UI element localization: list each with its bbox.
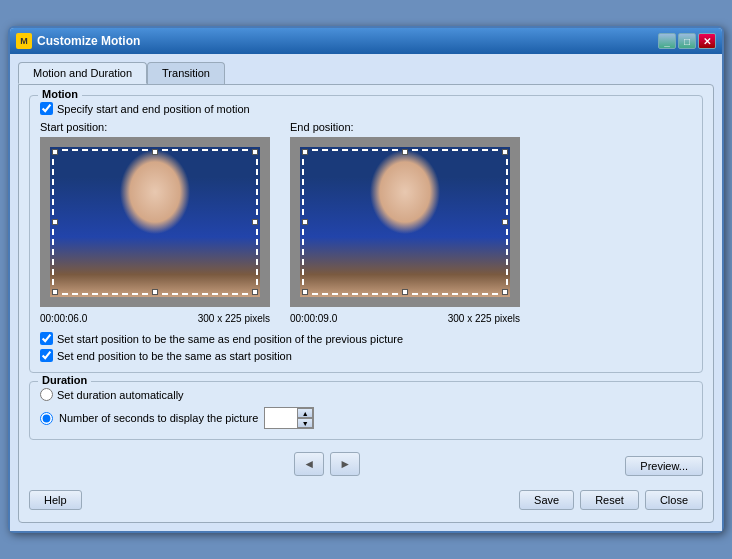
tab-bar: Motion and Duration Transition — [18, 62, 714, 84]
end-handle-bottom[interactable] — [402, 289, 408, 295]
motion-group-label: Motion — [38, 88, 82, 100]
auto-duration-row: Set duration automatically — [40, 388, 692, 401]
end-image — [300, 147, 510, 297]
end-handle-top[interactable] — [402, 149, 408, 155]
footer: Help Save Reset Close — [29, 484, 703, 512]
end-handle-right[interactable] — [502, 219, 508, 225]
footer-right: Save Reset Close — [519, 490, 703, 510]
end-size: 300 x 225 pixels — [448, 313, 520, 324]
preview-button[interactable]: Preview... — [625, 456, 703, 476]
title-bar: M Customize Motion _ □ ✕ — [10, 28, 722, 54]
start-photo — [50, 147, 260, 297]
motion-group: Motion Specify start and end position of… — [29, 95, 703, 373]
window-icon: M — [16, 33, 32, 49]
auto-duration-radio[interactable] — [40, 388, 53, 401]
start-image — [50, 147, 260, 297]
corner-bl[interactable] — [52, 289, 58, 295]
close-button[interactable]: Close — [645, 490, 703, 510]
close-window-button[interactable]: ✕ — [698, 33, 716, 49]
window-body: Motion and Duration Transition Motion Sp… — [10, 54, 722, 531]
help-button[interactable]: Help — [29, 490, 82, 510]
handle-top[interactable] — [152, 149, 158, 155]
seconds-spinner[interactable]: 3.0 ▲ ▼ — [264, 407, 314, 429]
back-button[interactable]: ◄ — [294, 452, 324, 476]
start-image-container[interactable] — [40, 137, 270, 307]
tab-motion-duration[interactable]: Motion and Duration — [18, 62, 147, 84]
spin-up-button[interactable]: ▲ — [297, 408, 313, 418]
tab-transition[interactable]: Transition — [147, 62, 225, 84]
specify-motion-checkbox[interactable] — [40, 102, 53, 115]
corner-tl[interactable] — [52, 149, 58, 155]
set-start-label: Set start position to be the same as end… — [57, 333, 403, 345]
start-time: 00:00:06.0 — [40, 313, 87, 324]
end-handle-left[interactable] — [302, 219, 308, 225]
end-corner-tl[interactable] — [302, 149, 308, 155]
minimize-button[interactable]: _ — [658, 33, 676, 49]
reset-button[interactable]: Reset — [580, 490, 639, 510]
main-panel: Motion Specify start and end position of… — [18, 84, 714, 523]
handle-left[interactable] — [52, 219, 58, 225]
duration-group: Duration Set duration automatically Numb… — [29, 381, 703, 440]
footer-left: Help — [29, 490, 82, 510]
end-image-info: 00:00:09.0 300 x 225 pixels — [290, 313, 520, 324]
seconds-row: Number of seconds to display the picture… — [40, 407, 692, 429]
specify-motion-row: Specify start and end position of motion — [40, 102, 692, 115]
set-end-row: Set end position to be the same as start… — [40, 349, 692, 362]
spinner-buttons: ▲ ▼ — [297, 408, 313, 428]
start-position-label: Start position: — [40, 121, 270, 133]
handle-bottom[interactable] — [152, 289, 158, 295]
positions-row: Start position: — [40, 121, 692, 324]
seconds-radio[interactable] — [40, 412, 53, 425]
corner-tr[interactable] — [252, 149, 258, 155]
start-size: 300 x 225 pixels — [198, 313, 270, 324]
title-buttons: _ □ ✕ — [658, 33, 716, 49]
handle-right[interactable] — [252, 219, 258, 225]
seconds-input[interactable]: 3.0 — [265, 411, 297, 425]
specify-motion-label: Specify start and end position of motion — [57, 103, 250, 115]
set-end-label: Set end position to be the same as start… — [57, 350, 292, 362]
end-photo — [300, 147, 510, 297]
forward-button[interactable]: ► — [330, 452, 360, 476]
end-time: 00:00:09.0 — [290, 313, 337, 324]
end-selection-border — [302, 149, 508, 295]
save-button[interactable]: Save — [519, 490, 574, 510]
duration-group-label: Duration — [38, 374, 91, 386]
set-start-checkbox[interactable] — [40, 332, 53, 345]
start-selection-border — [52, 149, 258, 295]
end-corner-tr[interactable] — [502, 149, 508, 155]
corner-br[interactable] — [252, 289, 258, 295]
start-position-block: Start position: — [40, 121, 270, 324]
title-bar-left: M Customize Motion — [16, 33, 140, 49]
end-image-container[interactable] — [290, 137, 520, 307]
end-corner-br[interactable] — [502, 289, 508, 295]
maximize-button[interactable]: □ — [678, 33, 696, 49]
end-position-label: End position: — [290, 121, 520, 133]
window-title: Customize Motion — [37, 34, 140, 48]
start-image-info: 00:00:06.0 300 x 225 pixels — [40, 313, 270, 324]
end-corner-bl[interactable] — [302, 289, 308, 295]
set-start-row: Set start position to be the same as end… — [40, 332, 692, 345]
seconds-label: Number of seconds to display the picture — [59, 412, 258, 424]
set-end-checkbox[interactable] — [40, 349, 53, 362]
auto-duration-label: Set duration automatically — [57, 389, 184, 401]
spin-down-button[interactable]: ▼ — [297, 418, 313, 428]
main-window: M Customize Motion _ □ ✕ Motion and Dura… — [8, 26, 724, 533]
end-position-block: End position: — [290, 121, 520, 324]
